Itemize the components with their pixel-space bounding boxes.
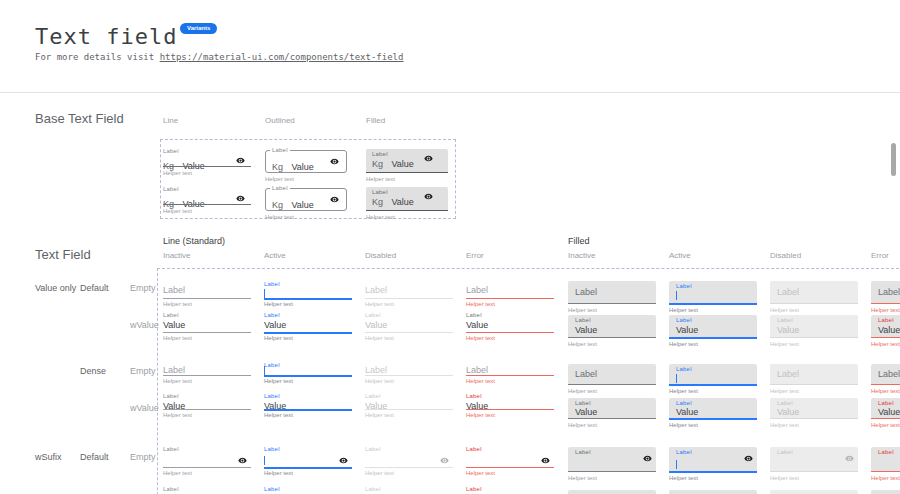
textfield-filled-inactive-value-only-default-wvalue[interactable]: Label ValueHelper text [568,311,656,347]
textfield-line-active-value-only-default-empty[interactable]: Label Helper text [264,281,352,311]
textfield-filled-active-value-only-default-wvalue[interactable]: Label ValueHelper text [669,311,757,347]
base-field-filled-row1[interactable]: Label Kg Value Helper text [366,145,448,181]
field-input-row: Kg Value [272,194,343,205]
field-value: Value [676,407,698,417]
field-input-row [676,459,753,470]
field-input-row: Kg Value [272,156,343,167]
field-label: Label [575,400,591,407]
text-caret [264,289,265,298]
textfield-filled-disabled-wsufix-default-empty[interactable]: Label Helper text [770,445,858,481]
visibility-eye-icon[interactable] [330,195,339,204]
visibility-eye-icon[interactable] [744,454,753,463]
field-underline [365,298,453,299]
textfield-line-disabled-wsufix-default-empty[interactable]: Label Helper text [365,445,453,475]
textfield-filled-inactive-wsufix-default-wvalue-partial[interactable] [568,485,656,494]
scrollbar-thumb[interactable] [891,143,896,176]
filled-field-box: Label [770,447,858,472]
base-field-outlined-row2[interactable]: Kg Value Label Helper text [265,183,345,219]
textfield-line-error-value-only-default-wvalue[interactable]: Label Value Helper text [466,311,554,341]
textfield-line-error-value-only-dense-wvalue[interactable]: Label Value Helper text [466,392,554,422]
textfield-line-inactive-wsufix-default-wvalue-partial[interactable]: Label [163,485,251,494]
state-header: Error [871,251,889,260]
textfield-line-inactive-value-only-dense-wvalue[interactable]: Label Value Helper text [163,392,251,422]
field-label: Label [365,365,387,375]
helper-text: Helper text [366,214,395,221]
textfield-filled-active-value-only-dense-wvalue[interactable]: Label ValueHelper text [669,392,757,428]
textfield-line-disabled-value-only-default-empty[interactable]: Label Helper text [365,281,453,311]
visibility-eye-icon[interactable] [238,456,247,465]
textfield-line-active-wsufix-default-empty[interactable]: Label Helper text [264,445,352,475]
textfield-line-disabled-wsufix-default-wvalue-partial[interactable]: Label [365,485,453,494]
filled-field-box: Label [770,281,858,304]
textfield-filled-disabled-value-only-dense-wvalue[interactable]: Label ValueHelper text [770,392,858,428]
textfield-line-inactive-value-only-default-wvalue[interactable]: Label Value Helper text [163,311,251,341]
visibility-eye-icon[interactable] [424,154,433,163]
textfield-line-inactive-value-only-dense-empty[interactable]: Label Helper text [163,362,251,392]
field-label: Label [777,287,799,297]
textfield-line-disabled-value-only-dense-wvalue[interactable]: Label Value Helper text [365,392,453,422]
visibility-eye-icon[interactable] [339,456,348,465]
textfield-filled-disabled-wsufix-default-wvalue-partial[interactable] [770,485,858,494]
textfield-line-inactive-value-only-default-empty[interactable]: Label Helper text [163,281,251,311]
filled-field-box: Label Kg Value [366,149,448,173]
visibility-eye-icon[interactable] [440,456,449,465]
textfield-line-error-wsufix-default-wvalue-partial[interactable]: Label [466,485,554,494]
field-underline [466,409,554,410]
field-value: Value [391,197,413,207]
textfield-filled-inactive-value-only-dense-wvalue[interactable]: Label ValueHelper text [568,392,656,428]
textfield-line-active-wsufix-default-wvalue-partial[interactable]: Label [264,485,352,494]
textfield-line-disabled-value-only-default-wvalue[interactable]: Label Value Helper text [365,311,453,341]
field-input-row [575,459,652,470]
field-prefix: Kg [372,197,383,207]
textfield-line-disabled-value-only-dense-empty[interactable]: Label Helper text [365,362,453,392]
docs-link[interactable]: https://material-ui.com/components/text-… [160,52,404,62]
field-underline [163,332,251,333]
visibility-eye-icon[interactable] [845,454,854,463]
filled-field-box: Label [770,364,858,385]
textfield-filled-error-value-only-default-wvalue[interactable]: Label ValueHelper text [871,311,900,347]
field-underline [163,166,251,167]
visibility-eye-icon[interactable] [541,456,550,465]
visibility-eye-icon[interactable] [643,454,652,463]
row-label: Empty [130,452,156,462]
field-input-row: Kg Value [372,153,437,164]
field-label: Label [676,317,692,324]
textfield-filled-disabled-value-only-default-wvalue[interactable]: Label ValueHelper text [770,311,858,347]
textfield-line-error-wsufix-default-empty[interactable]: Label Helper text [466,445,554,475]
helper-text: Helper text [568,422,597,429]
base-field-line-row1[interactable]: Label Kg Value Helper text [163,145,251,179]
textfield-filled-error-value-only-dense-wvalue[interactable]: Label ValueHelper text [871,392,900,428]
textfield-line-error-value-only-dense-empty[interactable]: Label Helper text [466,362,554,392]
base-field-line-row2[interactable]: Label Kg Value Helper text [163,183,251,217]
textfield-line-error-value-only-default-empty[interactable]: Label Helper text [466,281,554,311]
visibility-eye-icon[interactable] [236,194,245,203]
visibility-eye-icon[interactable] [236,156,245,165]
textfield-line-active-value-only-default-wvalue[interactable]: Label Value Helper text [264,311,352,341]
group-header: Filled [568,236,590,246]
field-underline [466,332,554,333]
helper-text: Helper text [365,470,394,477]
helper-text: Helper text [669,475,698,482]
textfield-line-inactive-wsufix-default-empty[interactable]: Label Helper text [163,445,251,475]
field-input-row: Kg Value [163,193,249,204]
textfield-filled-active-wsufix-default-wvalue-partial[interactable] [669,485,757,494]
textfield-filled-inactive-wsufix-default-empty[interactable]: Label Helper text [568,445,656,481]
field-underline [163,409,251,410]
visibility-eye-icon[interactable] [330,157,339,166]
visibility-eye-icon[interactable] [424,192,433,201]
helper-text: Helper text [669,341,698,348]
helper-text: Helper text [466,335,495,342]
base-field-outlined-row1[interactable]: Kg Value Label Helper text [265,145,345,181]
textfield-filled-active-wsufix-default-empty[interactable]: Label Helper text [669,445,757,481]
textfield-line-active-value-only-dense-wvalue[interactable]: Label Value Helper text [264,392,352,422]
field-value: Value [264,320,286,330]
helper-text: Helper text [365,378,394,385]
base-field-filled-row2[interactable]: Label Kg Value Helper text [366,183,448,219]
textfield-filled-error-wsufix-default-empty[interactable]: Label Helper text [871,445,900,481]
textfield-filled-error-wsufix-default-wvalue-partial[interactable] [871,485,900,494]
filled-field-box: Label [669,281,757,305]
helper-text: Helper text [770,475,799,482]
base-column-header: Outlined [265,116,295,125]
textfield-line-active-value-only-dense-empty[interactable]: Label Helper text [264,362,352,392]
field-label: Label [264,362,280,369]
